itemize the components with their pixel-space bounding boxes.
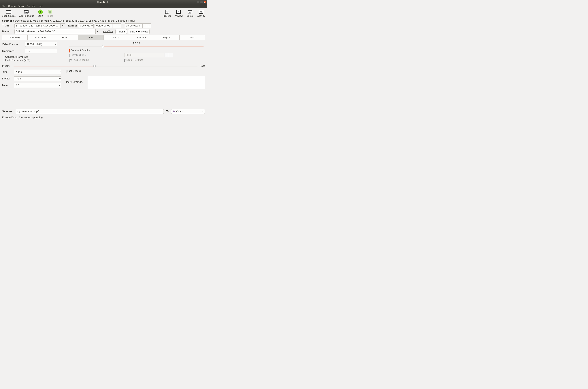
presets-label: Presets <box>163 15 171 17</box>
open-source-label: Open Source <box>2 15 16 17</box>
queue-icon <box>187 9 193 14</box>
bitrate-input: − + <box>124 53 173 57</box>
tab-dimensions[interactable]: Dimensions <box>28 35 53 40</box>
range-start-inc[interactable]: + <box>117 24 121 28</box>
two-pass-label: 2-Pass Encoding <box>70 59 89 61</box>
menu-presets[interactable]: Presets <box>27 5 35 8</box>
range-start-input[interactable]: − + <box>95 23 121 28</box>
tab-chapters[interactable]: Chapters <box>154 35 179 40</box>
bitrate-radio[interactable] <box>69 54 70 57</box>
range-end-inc[interactable]: + <box>147 24 151 28</box>
reload-button[interactable]: Reload <box>115 29 127 34</box>
rf-value-label: RF: 38 <box>69 42 204 45</box>
encoder-preset-slider[interactable] <box>13 65 197 67</box>
svg-point-8 <box>48 10 52 14</box>
fast-decode-label: Fast Decode <box>67 70 81 72</box>
fast-decode-checkbox[interactable] <box>66 70 66 73</box>
window-title: HandBrake <box>0 1 207 3</box>
minimize-button[interactable]: – <box>197 1 199 3</box>
tab-audio[interactable]: Audio <box>104 35 129 40</box>
range-end-dec[interactable]: − <box>142 24 147 28</box>
clapperboard-icon <box>6 9 11 14</box>
pause-button: Pause <box>47 9 53 17</box>
play-icon <box>38 9 43 14</box>
add-to-queue-button[interactable]: Add To Queue <box>19 9 34 17</box>
svg-text:i: i <box>202 12 203 13</box>
menu-file[interactable]: File <box>1 5 5 8</box>
to-label: To: <box>166 110 170 113</box>
title-dropdown-arrow[interactable]: ▾ <box>61 24 65 28</box>
activity-button[interactable]: i Activity <box>197 9 205 17</box>
activity-label: Activity <box>197 15 205 17</box>
presets-button[interactable]: Presets <box>163 9 171 17</box>
video-encoder-select[interactable]: H.264 (x264) <box>25 42 57 47</box>
menu-view[interactable]: View <box>18 5 24 8</box>
save-as-label: Save As: <box>2 110 14 113</box>
turbo-checkbox <box>124 59 125 62</box>
range-end-input[interactable]: − + <box>125 23 151 28</box>
toolbar: Open Source Add To Queue Start Pause Pre… <box>0 8 207 18</box>
to-folder-name: Videos <box>176 110 202 113</box>
rf-slider[interactable] <box>69 45 204 48</box>
preview-label: Preview <box>174 15 183 17</box>
save-as-input[interactable] <box>16 109 164 114</box>
tab-summary[interactable]: Summary <box>2 35 28 40</box>
maximize-button[interactable]: ▢ <box>200 1 203 3</box>
document-gear-icon <box>164 9 170 14</box>
start-button[interactable]: Start <box>38 9 43 17</box>
close-button[interactable]: ✕ <box>204 1 206 3</box>
preview-button[interactable]: Preview <box>174 9 183 17</box>
source-row: Source: Screencast 2020-08-30 18:01:57, … <box>2 19 205 22</box>
bitrate-dec: − <box>164 53 169 57</box>
more-settings-label: More Settings: <box>66 76 86 83</box>
range-label: Range: <box>68 24 77 27</box>
svg-rect-10 <box>50 11 51 13</box>
turbo-label: Turbo First Pass <box>126 59 143 61</box>
range-mode-select[interactable]: Seconds: <box>78 23 94 28</box>
svg-rect-9 <box>49 11 50 13</box>
bitrate-inc: + <box>169 53 173 57</box>
profile-select[interactable]: main <box>14 76 61 81</box>
profile-label: Profile: <box>2 77 14 80</box>
title-select[interactable] <box>15 24 61 28</box>
tab-filters[interactable]: Filters <box>53 35 78 40</box>
tune-select[interactable]: None <box>14 70 61 74</box>
titlebar: HandBrake – ▢ ✕ <box>0 0 207 4</box>
framerate-select[interactable]: 15 <box>25 49 57 53</box>
tab-video[interactable]: Video <box>78 35 103 40</box>
peak-framerate-radio[interactable] <box>4 59 4 62</box>
preset-label: Preset: <box>2 30 13 33</box>
range-start-dec[interactable]: − <box>113 24 117 28</box>
pause-label: Pause <box>47 15 53 17</box>
menu-help[interactable]: Help <box>38 5 43 8</box>
tab-tags[interactable]: Tags <box>180 35 205 40</box>
more-settings-textarea[interactable] <box>88 76 205 89</box>
level-label: Level: <box>2 84 14 87</box>
open-source-button[interactable]: Open Source <box>2 9 16 17</box>
preset-modified: Modified <box>103 30 113 33</box>
preset-dropdown-arrow[interactable]: ▸ <box>96 29 100 34</box>
queue-button[interactable]: Queue <box>187 9 194 17</box>
bitrate-label: Bitrate (kbps): <box>71 54 87 57</box>
save-new-preset-button[interactable]: Save New Preset <box>128 29 150 34</box>
chevron-down-icon: ▾ <box>202 110 203 113</box>
constant-quality-label: Constant Quality: <box>71 49 91 52</box>
pause-icon <box>47 9 53 14</box>
peak-framerate-label: Peak Framerate (VFR) <box>5 59 30 62</box>
two-pass-checkbox <box>69 59 69 62</box>
add-to-queue-label: Add To Queue <box>19 15 34 17</box>
tab-subtitles[interactable]: Subtitles <box>129 35 154 40</box>
constant-quality-radio[interactable] <box>69 49 70 53</box>
preset-select[interactable] <box>15 29 96 34</box>
svg-point-13 <box>167 12 168 13</box>
tune-label: Tune: <box>2 70 14 73</box>
folder-icon <box>173 110 175 113</box>
svg-rect-0 <box>6 11 11 14</box>
activity-icon: i <box>198 9 204 14</box>
to-folder-select[interactable]: Videos ▾ <box>171 109 205 114</box>
constant-framerate-label: Constant Framerate <box>5 56 28 58</box>
level-select[interactable]: 4.0 <box>14 83 61 88</box>
constant-framerate-radio[interactable] <box>4 56 4 59</box>
menu-queue[interactable]: Queue <box>8 5 16 8</box>
preview-icon <box>176 9 181 14</box>
